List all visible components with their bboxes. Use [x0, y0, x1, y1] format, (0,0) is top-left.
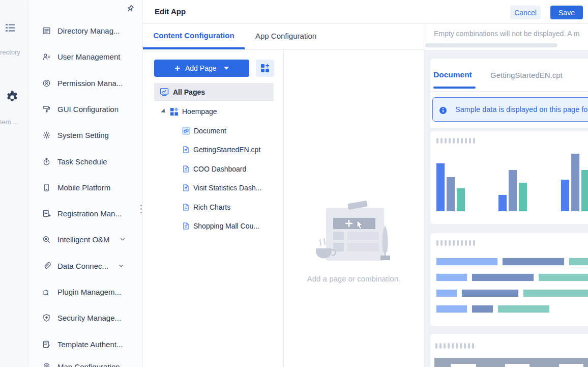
tree-item-label: Visit Statistics Dash...	[193, 184, 261, 192]
sidebar-item-label: Template Authent...	[57, 340, 123, 349]
sidebar-item-label: Data Connec...	[57, 262, 108, 270]
sidebar-item-label: Plugin Managem...	[57, 288, 121, 296]
sidebar-item-plugin[interactable]: Plugin Managem...	[29, 279, 142, 304]
hbar-row4-seg1	[436, 305, 467, 313]
sidebar-flyout: Directory Manag...User ManagementPermiss…	[29, 0, 142, 367]
bar-blue-g2	[498, 195, 507, 211]
tab-content-configuration[interactable]: Content Configuration	[143, 31, 245, 40]
sidebar-item-label: Permission Mana...	[57, 79, 123, 88]
permission-icon	[42, 79, 51, 88]
page-icon	[182, 222, 190, 230]
sidebar-item-label: System Setting	[57, 131, 109, 139]
hbar-row2-seg2	[472, 274, 534, 281]
bar-slate-g1	[447, 177, 455, 211]
hbar-row4-seg2	[472, 305, 493, 313]
tree-item-label: COO Dashboard	[193, 165, 246, 173]
mobile-icon	[42, 183, 51, 192]
all-pages-label: All Pages	[173, 88, 205, 96]
hbar-row3-seg2	[462, 290, 518, 297]
preview-notice-text: Empty combinations will not be displayed…	[434, 30, 588, 38]
gui-icon	[42, 105, 51, 114]
task-icon	[42, 157, 51, 166]
sidebar-item-permission[interactable]: Permission Mana...	[29, 70, 142, 96]
pushpin-icon[interactable]	[124, 3, 137, 16]
sidebar-item-template[interactable]: Template Authent...	[29, 331, 142, 357]
save-button[interactable]: Save	[550, 6, 583, 19]
tree-item-document[interactable]: Document	[154, 124, 274, 138]
sidebar-item-security[interactable]: Security Manage...	[29, 305, 142, 330]
add-page-label: Add Page	[185, 64, 217, 72]
table-header-placeholder	[434, 358, 588, 367]
add-combination-button[interactable]	[256, 60, 274, 77]
tree-item-label: Shopping Mall Cou...	[193, 222, 259, 230]
tree-item-coo-dashboard[interactable]: COO Dashboard	[154, 162, 274, 176]
intelligent-icon	[42, 235, 51, 244]
sidebar-item-gui[interactable]: GUI Configuration	[29, 96, 142, 122]
sidebar-item-label: Task Schedule	[57, 157, 107, 166]
preview-tab-gettingstarted[interactable]: GettingStartedEN.cpt	[490, 71, 563, 79]
sidebar-item-registration[interactable]: Registration Man...	[29, 201, 142, 226]
template-icon	[42, 340, 51, 349]
sidebar-item-user[interactable]: User Management	[29, 44, 142, 69]
plugin-icon	[42, 288, 51, 296]
sidebar-item-intelligent[interactable]: Intelligent O&M	[29, 227, 142, 252]
directory-icon	[42, 26, 51, 35]
sidebar-item-map[interactable]: Map Configuration	[29, 354, 142, 367]
sample-data-banner-text: Sample data is displayed on this page fo	[455, 105, 587, 114]
preview-panel: Document GettingStartedEN.cpt Sample dat…	[424, 50, 588, 367]
left-rail: rectory tem ...	[0, 0, 29, 367]
tab-app-configuration[interactable]: App Configuration	[255, 32, 316, 40]
sidebar-item-data[interactable]: Data Connec...	[29, 253, 142, 278]
page-icon	[182, 203, 190, 211]
cancel-button[interactable]: Cancel	[510, 6, 541, 19]
plus-icon: +	[174, 64, 180, 73]
horizontal-scrollbar[interactable]	[425, 43, 557, 47]
sidebar-item-label: Mobile Platform	[57, 183, 110, 192]
tree-item-shopping-mall-cou-[interactable]: Shopping Mall Cou...	[154, 219, 274, 233]
page-icon	[182, 184, 190, 192]
title-placeholder-dots	[436, 138, 475, 144]
hbar-row1-seg1	[436, 258, 497, 265]
add-page-button[interactable]: + Add Page	[154, 60, 249, 77]
preview-tabs-card: Document GettingStartedEN.cpt Sample dat…	[430, 59, 588, 128]
tree-root-label: Hoempage	[182, 107, 217, 116]
bar-teal-g2	[519, 183, 527, 211]
all-pages-row[interactable]: All Pages	[154, 83, 274, 101]
sample-data-banner: Sample data is displayed on this page fo	[432, 97, 588, 122]
sidebar-item-label: Security Manage...	[57, 314, 121, 322]
tree-item-rich-charts[interactable]: Rich Charts	[154, 200, 274, 214]
bar-teal-g1	[457, 188, 465, 211]
app-root: rectory tem ... Directory Manag...User M…	[0, 0, 588, 367]
bar-slate-g3	[571, 154, 579, 211]
sidebar-item-label: Registration Man...	[57, 209, 122, 218]
caret-expanded-icon[interactable]	[161, 108, 166, 114]
hbar-row3-seg1	[436, 290, 457, 297]
title-placeholder-dots	[435, 343, 474, 349]
sidebar-item-task[interactable]: Task Schedule	[29, 149, 142, 174]
preview-chart-card-bars	[430, 131, 588, 224]
preview-tab-document[interactable]: Document	[433, 70, 472, 79]
directory-list-icon[interactable]	[4, 21, 16, 34]
page-title: Edit App	[155, 7, 186, 16]
active-tab-underline	[143, 47, 245, 49]
sidebar-item-label: Directory Manag...	[57, 26, 120, 35]
chevron-down-icon	[120, 236, 126, 242]
preview-table-card	[430, 334, 588, 367]
hbar-row4-seg3	[498, 305, 549, 313]
tree-item-gettingstarteden-cpt[interactable]: GettingStartedEN.cpt	[154, 143, 274, 157]
sidebar-item-system[interactable]: System Setting	[29, 122, 142, 148]
page-icon	[182, 146, 190, 154]
sidebar-item-directory[interactable]: Directory Manag...	[29, 18, 142, 43]
hbar-row1-seg2	[503, 258, 564, 265]
tree-item-visit-statistics-dash-[interactable]: Visit Statistics Dash...	[154, 181, 274, 195]
tree-root-homepage[interactable]: Hoempage	[154, 104, 274, 119]
system-icon	[42, 131, 51, 139]
sidebar-item-label: Map Configuration	[57, 362, 120, 367]
sidebar-item-mobile[interactable]: Mobile Platform	[29, 175, 142, 200]
map-icon	[42, 362, 51, 367]
security-icon	[42, 314, 51, 322]
bar-teal-g3	[581, 170, 588, 211]
link-page-icon	[182, 127, 190, 135]
gear-icon[interactable]	[5, 90, 20, 105]
registration-icon	[42, 209, 51, 218]
